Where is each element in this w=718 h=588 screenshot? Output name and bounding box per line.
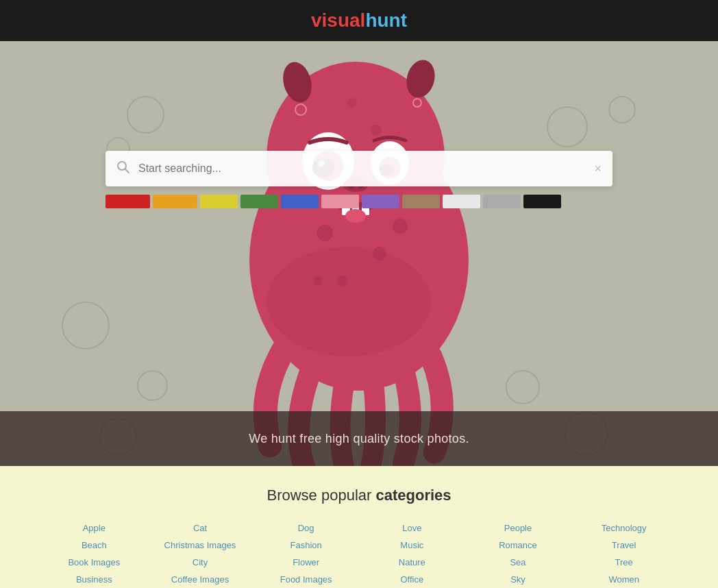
browse-title: Browse popular categories (41, 487, 677, 504)
monster-illustration (215, 41, 503, 466)
tagline-band: We hunt free high quality stock photos. (0, 411, 718, 466)
logo-hunt-text: hunt (365, 10, 407, 31)
category-link[interactable]: Technology (571, 521, 677, 535)
category-link[interactable]: Sky (465, 572, 571, 587)
color-filter-row (106, 192, 612, 211)
bubble-decoration (608, 96, 636, 123)
color-swatch-green[interactable] (240, 195, 278, 208)
category-link[interactable]: Office (359, 572, 465, 587)
color-swatch-purple[interactable] (362, 195, 399, 208)
search-container: × (106, 151, 612, 211)
bubble-decoration (547, 106, 588, 147)
svg-point-10 (347, 98, 357, 108)
search-input[interactable] (138, 162, 594, 175)
tagline-text: We hunt free high quality stock photos. (249, 432, 469, 446)
search-box: × (106, 151, 612, 186)
category-link[interactable]: City (147, 555, 253, 569)
category-link[interactable]: Coffee Images (147, 572, 253, 587)
category-link[interactable]: Beach (41, 538, 147, 552)
bubble-decoration (137, 370, 168, 401)
svg-point-2 (317, 225, 333, 241)
category-link[interactable]: Business (41, 572, 147, 587)
search-icon (116, 160, 130, 177)
color-swatch-white[interactable] (443, 195, 480, 208)
site-header: visualhunt (0, 0, 718, 41)
category-link[interactable]: Music (359, 538, 465, 552)
category-link[interactable]: Book Images (41, 555, 147, 569)
color-swatch-red[interactable] (106, 195, 150, 208)
color-swatch-gray[interactable] (483, 195, 521, 208)
color-swatch-yellow[interactable] (200, 195, 238, 208)
category-link[interactable]: Food Images (253, 572, 359, 587)
categories-grid: AppleCatDogLovePeopleTechnologyBeachChri… (41, 521, 677, 588)
category-link[interactable]: Sea (465, 555, 571, 569)
category-link[interactable]: Romance (465, 538, 571, 552)
logo-visual-text: visual (311, 10, 365, 31)
color-swatch-brown[interactable] (402, 195, 440, 208)
browse-section: Browse popular categories AppleCatDogLov… (0, 466, 718, 588)
color-swatch-pink[interactable] (321, 195, 359, 208)
category-link[interactable]: Fashion (253, 538, 359, 552)
bubble-decoration (506, 370, 540, 404)
svg-point-26 (345, 209, 366, 223)
svg-point-9 (371, 125, 382, 136)
svg-line-31 (125, 169, 129, 173)
category-link[interactable]: Travel (571, 538, 677, 552)
category-link[interactable]: Dog (253, 521, 359, 535)
svg-point-6 (393, 219, 408, 234)
site-logo[interactable]: visualhunt (311, 10, 407, 32)
bubble-decoration (127, 96, 164, 134)
browse-title-normal: Browse popular (267, 487, 371, 504)
category-link[interactable]: Christmas Images (147, 538, 253, 552)
category-link[interactable]: Flower (253, 555, 359, 569)
svg-point-27 (267, 247, 431, 356)
bubble-decoration (62, 302, 110, 350)
category-link[interactable]: Nature (359, 555, 465, 569)
browse-title-bold: categories (375, 487, 451, 504)
category-link[interactable]: Tree (571, 555, 677, 569)
category-link[interactable]: Cat (147, 521, 253, 535)
category-link[interactable]: Apple (41, 521, 147, 535)
category-link[interactable]: Women (571, 572, 677, 587)
clear-icon[interactable]: × (594, 162, 602, 176)
category-link[interactable]: People (465, 521, 571, 535)
color-swatch-black[interactable] (523, 195, 561, 208)
color-swatch-blue[interactable] (281, 195, 319, 208)
hero-section: × We hunt free high quality stock photos… (0, 41, 718, 466)
category-link[interactable]: Love (359, 521, 465, 535)
color-swatch-orange[interactable] (153, 195, 197, 208)
